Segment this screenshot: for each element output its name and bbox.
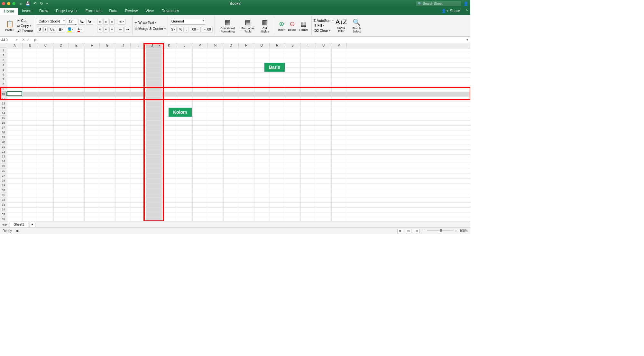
cell-styles-button[interactable]: ▥Cell Styles xyxy=(257,16,273,35)
wrap-text-button[interactable]: ↩Wrap Text xyxy=(134,21,166,25)
fill-color-button[interactable]: 🪣 xyxy=(66,27,75,32)
save-icon[interactable]: 💾 xyxy=(25,1,30,6)
normal-view-button[interactable]: ▦ xyxy=(397,229,403,233)
tab-page-layout[interactable]: Page Layout xyxy=(52,7,81,15)
home-icon[interactable]: ⌂ xyxy=(20,1,22,6)
row-header-33[interactable]: 33 xyxy=(0,202,7,207)
qat-more-icon[interactable]: ▾ xyxy=(46,2,48,5)
comma-button[interactable]: , xyxy=(185,27,189,32)
row-header-32[interactable]: 32 xyxy=(0,198,7,202)
align-left-button[interactable]: ≡ xyxy=(97,27,102,32)
minimize-window-button[interactable] xyxy=(7,2,10,5)
column-header-H[interactable]: H xyxy=(115,43,131,48)
row-header-25[interactable]: 25 xyxy=(0,164,7,169)
column-header-O[interactable]: O xyxy=(223,43,239,48)
sheet-next-button[interactable]: ▶ xyxy=(5,223,8,226)
page-layout-view-button[interactable]: ▤ xyxy=(406,229,411,233)
row-header-17[interactable]: 17 xyxy=(0,125,7,130)
column-header-P[interactable]: P xyxy=(239,43,254,48)
font-size-select[interactable]: 12 xyxy=(67,19,77,25)
column-header-T[interactable]: T xyxy=(300,43,316,48)
align-right-button[interactable]: ≡ xyxy=(109,27,115,32)
formula-input[interactable] xyxy=(37,37,465,43)
border-button[interactable]: ▦ xyxy=(57,27,65,32)
insert-cells-button[interactable]: ⊕Insert xyxy=(277,16,287,35)
tab-review[interactable]: Review xyxy=(121,7,142,15)
row-header-12[interactable]: 12 xyxy=(0,101,7,106)
align-top-button[interactable]: ≡ xyxy=(97,19,102,25)
currency-button[interactable]: $ xyxy=(170,27,177,32)
decrease-indent-button[interactable]: ⇤ xyxy=(118,27,124,32)
row-header-9[interactable]: 9 xyxy=(0,87,7,92)
align-center-button[interactable]: ≡ xyxy=(103,27,108,32)
row-header-21[interactable]: 21 xyxy=(0,145,7,149)
paste-button[interactable]: 📋Paste xyxy=(4,19,16,32)
zoom-slider[interactable] xyxy=(427,230,453,231)
column-header-G[interactable]: G xyxy=(100,43,115,48)
column-header-M[interactable]: M xyxy=(192,43,208,48)
close-window-button[interactable] xyxy=(2,2,5,5)
column-header-I[interactable]: I xyxy=(131,43,146,48)
row-header-20[interactable]: 20 xyxy=(0,140,7,145)
name-box[interactable]: A10▾ xyxy=(0,37,19,43)
row-header-34[interactable]: 34 xyxy=(0,207,7,212)
row-header-6[interactable]: 6 xyxy=(0,72,7,77)
column-header-K[interactable]: K xyxy=(161,43,177,48)
sheet-tab[interactable]: Sheet1 xyxy=(10,222,28,227)
column-header-Q[interactable]: Q xyxy=(254,43,270,48)
sort-filter-button[interactable]: A↓ZSort & Filter xyxy=(334,18,349,33)
percent-button[interactable]: % xyxy=(178,27,184,32)
row-header-2[interactable]: 2 xyxy=(0,53,7,58)
undo-icon[interactable]: ↶ xyxy=(33,1,37,6)
expand-formula-bar-button[interactable]: ▾ xyxy=(465,38,470,42)
tab-home[interactable]: Home xyxy=(0,8,18,15)
row-header-13[interactable]: 13 xyxy=(0,106,7,111)
row-header-36[interactable]: 36 xyxy=(0,217,7,221)
row-header-14[interactable]: 14 xyxy=(0,111,7,116)
number-format-select[interactable]: General xyxy=(170,19,205,25)
font-color-button[interactable]: A xyxy=(76,27,83,32)
row-header-1[interactable]: 1 xyxy=(0,48,7,53)
increase-indent-button[interactable]: ⇥ xyxy=(124,27,130,32)
collapse-ribbon-button[interactable]: ^ xyxy=(463,7,470,15)
row-header-24[interactable]: 24 xyxy=(0,159,7,164)
row-header-26[interactable]: 26 xyxy=(0,169,7,174)
row-header-18[interactable]: 18 xyxy=(0,130,7,135)
row-header-11[interactable]: 11 xyxy=(0,96,7,101)
bold-button[interactable]: B xyxy=(37,27,42,32)
tab-formulas[interactable]: Formulas xyxy=(81,7,105,15)
cancel-formula-button[interactable]: ✕ xyxy=(22,38,25,42)
tab-view[interactable]: View xyxy=(142,7,158,15)
zoom-out-button[interactable]: − xyxy=(422,229,424,233)
column-header-C[interactable]: C xyxy=(38,43,53,48)
conditional-formatting-button[interactable]: ▦Conditional Formatting xyxy=(217,16,239,35)
copy-button[interactable]: ⧉Copy xyxy=(17,24,33,28)
column-header-R[interactable]: R xyxy=(270,43,285,48)
zoom-in-button[interactable]: + xyxy=(455,229,457,233)
increase-decimal-button[interactable]: .00→ xyxy=(190,27,201,32)
column-header-B[interactable]: B xyxy=(23,43,38,48)
row-header-29[interactable]: 29 xyxy=(0,183,7,188)
search-sheet-input[interactable]: 🔍 Search Sheet xyxy=(416,1,461,6)
fill-button[interactable]: ⬇Fill xyxy=(314,23,334,28)
column-header-A[interactable]: A xyxy=(7,43,23,48)
cells-area[interactable]: Baris Kolom xyxy=(7,48,470,221)
tab-data[interactable]: Data xyxy=(105,7,121,15)
merge-center-button[interactable]: ⊞Merge & Center xyxy=(134,27,166,31)
align-middle-button[interactable]: ≡ xyxy=(103,19,108,25)
font-name-select[interactable]: Calibri (Body) xyxy=(37,19,66,25)
decrease-font-button[interactable]: A▾ xyxy=(86,19,93,25)
row-header-19[interactable]: 19 xyxy=(0,135,7,140)
column-header-S[interactable]: S xyxy=(285,43,300,48)
row-header-27[interactable]: 27 xyxy=(0,174,7,178)
tab-draw[interactable]: Draw xyxy=(35,7,52,15)
find-select-button[interactable]: 🔍Find & Select xyxy=(349,18,364,34)
row-header-35[interactable]: 35 xyxy=(0,212,7,217)
active-cell[interactable] xyxy=(7,91,22,96)
sheet-prev-button[interactable]: ◀ xyxy=(2,223,5,226)
row-header-5[interactable]: 5 xyxy=(0,67,7,72)
enter-formula-button[interactable]: ✓ xyxy=(27,38,30,42)
row-header-16[interactable]: 16 xyxy=(0,120,7,125)
row-header-4[interactable]: 4 xyxy=(0,63,7,67)
column-header-L[interactable]: L xyxy=(177,43,192,48)
